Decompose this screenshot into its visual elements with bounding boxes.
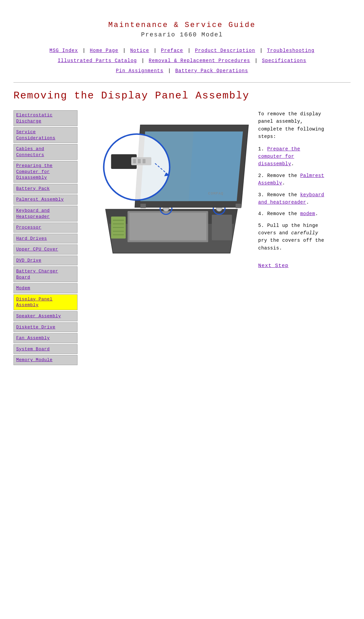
- svg-rect-14: [140, 204, 146, 208]
- sub-title: Presario 1660 Model: [13, 31, 351, 39]
- zoom-circle: [104, 134, 170, 200]
- main-title: Maintenance & Service Guide: [13, 20, 351, 31]
- sidebar-item-diskette-drive[interactable]: Diskette Drive: [13, 322, 78, 332]
- laptop-base: [105, 203, 237, 253]
- step-1: 1. Prepare the computer for disassembly.: [258, 145, 326, 168]
- step-4-link[interactable]: modem: [300, 211, 315, 216]
- nav-specifications[interactable]: Specifications: [262, 58, 306, 63]
- svg-rect-19: [133, 159, 136, 164]
- sidebar-item-upper-cpu-cover[interactable]: Upper CPU Cover: [13, 244, 78, 255]
- divider: [13, 82, 351, 83]
- nav-battery-pack-operations[interactable]: Battery Pack Operations: [175, 68, 248, 73]
- sidebar-item-service-considerations[interactable]: Service Considerations: [13, 127, 78, 143]
- laptop-image-area: COMPAQ: [84, 110, 252, 279]
- nav-illustrated-parts[interactable]: Illustrated Parts Catalog: [58, 58, 137, 63]
- svg-rect-1: [129, 213, 206, 240]
- svg-rect-21: [143, 159, 146, 164]
- sidebar-item-battery-pack[interactable]: Battery Pack: [13, 184, 78, 194]
- svg-rect-15: [236, 204, 241, 208]
- sidebar-item-dvd-drive[interactable]: DVD Drive: [13, 256, 78, 266]
- svg-rect-8: [212, 215, 232, 240]
- sidebar-item-palmrest-assembly[interactable]: Palmrest Assembly: [13, 195, 78, 205]
- sidebar-item-modem[interactable]: Modem: [13, 283, 78, 293]
- nav-preface[interactable]: Preface: [161, 48, 183, 53]
- nav-home-page[interactable]: Home Page: [90, 48, 118, 53]
- step-2: 2. Remove the Palmrest Assembly.: [258, 172, 326, 187]
- sidebar-item-fan-assembly[interactable]: Fan Assembly: [13, 333, 78, 343]
- step-4: 4. Remove the modem.: [258, 210, 326, 217]
- sidebar-item-preparing-computer[interactable]: Preparing the Computer for Disassembly: [13, 161, 78, 183]
- svg-rect-20: [138, 159, 141, 164]
- step-3: 3. Remove the keyboard and heatspreader.: [258, 191, 326, 206]
- next-step-link[interactable]: Next Step: [258, 262, 326, 270]
- page-title: Removing the Display Panel Assembly: [13, 89, 351, 103]
- nav-notice[interactable]: Notice: [130, 48, 149, 53]
- nav-removal-replacement[interactable]: Removal & Replacement Procedures: [149, 58, 250, 63]
- right-panel: To remove the display panel assembly, co…: [258, 110, 326, 270]
- sidebar-item-display-panel-assembly[interactable]: Display Panel Assembly: [13, 294, 78, 310]
- laptop-illustration: COMPAQ: [84, 110, 252, 279]
- nav-troubleshooting[interactable]: Troubleshooting: [267, 48, 314, 53]
- nav-product-description[interactable]: Product Description: [195, 48, 255, 53]
- intro-text: To remove the display panel assembly, co…: [258, 110, 326, 141]
- sidebar: Electrostatic Discharge Service Consider…: [13, 110, 78, 366]
- nav-msg-index[interactable]: MSG Index: [50, 48, 78, 53]
- step-5-italic: carefully: [291, 230, 318, 236]
- step-5: 5. Pull up the hinge covers and carefull…: [258, 222, 326, 252]
- nav-pin-assignments[interactable]: Pin Assignments: [116, 68, 163, 73]
- sidebar-item-processor[interactable]: Processor: [13, 223, 78, 233]
- sidebar-item-system-board[interactable]: System Board: [13, 344, 78, 354]
- sidebar-item-keyboard-heatspreader[interactable]: Keyboard and Heatspreader: [13, 206, 78, 222]
- nav-links: MSG Index | Home Page | Notice | Preface…: [13, 46, 351, 76]
- content-layout: Electrostatic Discharge Service Consider…: [13, 110, 351, 366]
- sidebar-item-battery-charger-board[interactable]: Battery Charger Board: [13, 266, 78, 282]
- sidebar-item-cables-connectors[interactable]: Cables and Connectors: [13, 144, 78, 160]
- sidebar-item-hard-drives[interactable]: Hard Drives: [13, 234, 78, 244]
- sidebar-item-electrostatic-discharge[interactable]: Electrostatic Discharge: [13, 110, 78, 126]
- page-header: Maintenance & Service Guide Presario 166…: [13, 20, 351, 39]
- svg-text:COMPAQ: COMPAQ: [208, 191, 224, 196]
- sidebar-item-speaker-assembly[interactable]: Speaker Assembly: [13, 311, 78, 321]
- sidebar-item-memory-module[interactable]: Memory Module: [13, 355, 78, 365]
